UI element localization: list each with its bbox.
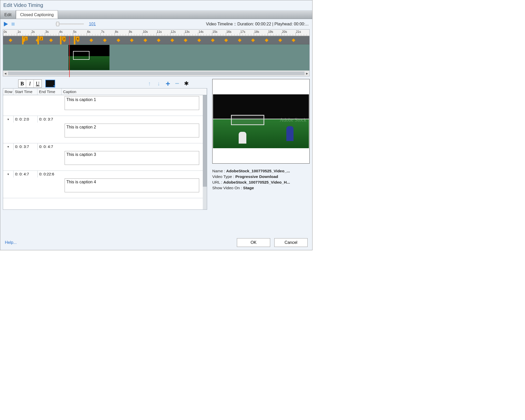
ruler-label: 3s xyxy=(45,30,49,34)
v-scroll-thumb[interactable] xyxy=(203,95,207,187)
preview-metadata: Name : AdobeStock_100770525_Video_... Vi… xyxy=(212,168,310,191)
start-time-cell[interactable]: 0: 0: 3:7 xyxy=(13,143,37,150)
clip-thumbnail[interactable] xyxy=(68,45,109,70)
tab-edit[interactable]: Edit xyxy=(0,11,16,19)
ok-button[interactable]: OK xyxy=(237,238,270,247)
zoom-slider[interactable] xyxy=(56,24,84,25)
timeline-h-scrollbar[interactable]: ◀ ▶ xyxy=(3,71,309,76)
diamond-icon xyxy=(197,38,201,42)
cancel-button[interactable]: Cancel xyxy=(274,238,308,247)
playback-controls: 101 Video Timeline :: Duration: 00:00:22… xyxy=(0,19,312,29)
start-time-cell[interactable]: 0: 0: 4:7 xyxy=(13,171,37,177)
play-icon[interactable] xyxy=(4,22,8,26)
diamond-icon xyxy=(265,38,268,42)
diamond-icon xyxy=(144,38,147,42)
start-time-cell[interactable]: 0: 0: 2:0 xyxy=(13,116,37,123)
diamond-icon xyxy=(116,38,120,42)
ruler-label: 17s xyxy=(240,30,245,34)
col-caption: Caption xyxy=(62,88,207,95)
ruler-label: 2s xyxy=(32,30,35,34)
move-up-icon[interactable]: ↑ xyxy=(147,81,152,86)
caption-marker[interactable]: 3 xyxy=(60,36,62,44)
caption-input[interactable] xyxy=(65,96,199,110)
marker-label: 1 xyxy=(24,36,28,41)
dialog-footer: Help... OK Cancel xyxy=(0,235,312,250)
caption-input[interactable] xyxy=(65,124,199,137)
bold-button[interactable]: B xyxy=(18,80,26,87)
scroll-left-icon[interactable]: ◀ xyxy=(3,71,8,76)
tab-closed-captioning[interactable]: Closed Captioning xyxy=(16,10,58,19)
table-row xyxy=(3,95,207,116)
ruler-label: 7s xyxy=(101,30,104,34)
caption-table-section: B I U ↑ ↓ + − ✱ Row Start Time End Time … xyxy=(3,79,207,210)
caption-input[interactable] xyxy=(65,151,199,165)
col-row: Row xyxy=(3,88,13,95)
ruler-label: 5s xyxy=(73,30,77,34)
marker-label: 3 xyxy=(62,36,66,41)
timeline-info: Video Timeline :: Duration: 00:00:22 | P… xyxy=(206,22,309,26)
scroll-right-icon[interactable]: ▶ xyxy=(305,71,309,76)
display-target-button[interactable] xyxy=(45,80,55,87)
caption-panel: B I U ↑ ↓ + − ✱ Row Start Time End Time … xyxy=(3,79,310,210)
ruler-label: 1s xyxy=(17,30,21,34)
diamond-icon xyxy=(211,38,215,42)
italic-button[interactable]: I xyxy=(26,80,34,87)
preview-panel: Adobe Stock Name : AdobeStock_100770525_… xyxy=(212,79,310,210)
timeline: 0s1s2s3s4s5s6s7s8s9s10s11s12s13s14s15s16… xyxy=(3,29,310,76)
ruler-label: 8s xyxy=(115,30,118,34)
zoom-value[interactable]: 101 xyxy=(89,22,96,26)
caption-table-header: Row Start Time End Time Caption xyxy=(3,88,207,95)
help-link[interactable]: Help... xyxy=(5,240,17,245)
add-caption-icon[interactable]: + xyxy=(165,81,171,86)
ruler-label: 14s xyxy=(198,30,203,34)
ruler-label: 18s xyxy=(254,30,259,34)
end-time-cell[interactable]: 0: 0: 4:7 xyxy=(37,143,62,150)
diamond-icon xyxy=(170,38,174,42)
underline-button[interactable]: U xyxy=(34,80,42,87)
diamond-icon xyxy=(251,38,255,42)
diamond-icon xyxy=(157,38,160,42)
stop-icon[interactable] xyxy=(12,23,15,26)
caption-marker[interactable]: 2 xyxy=(37,36,39,44)
zoom-slider-thumb[interactable] xyxy=(56,22,59,26)
ruler-label: 13s xyxy=(185,30,189,34)
preview-frame: Adobe Stock xyxy=(212,79,310,164)
tab-bar: Edit Closed Captioning xyxy=(0,11,312,19)
meta-show-value: Stage xyxy=(243,186,254,190)
h-scroll-thumb[interactable] xyxy=(8,72,305,75)
ruler-label: 4s xyxy=(59,30,63,34)
dialog-title: Edit Video Timing xyxy=(0,0,312,11)
remove-caption-icon[interactable]: − xyxy=(174,81,180,86)
timeline-track[interactable] xyxy=(3,44,309,71)
ruler-label: 12s xyxy=(171,30,176,34)
move-down-icon[interactable]: ↓ xyxy=(156,81,161,86)
caption-input[interactable] xyxy=(65,178,199,192)
ruler-label: 15s xyxy=(213,30,217,34)
table-v-scrollbar[interactable] xyxy=(203,95,207,209)
ruler-label: 20s xyxy=(282,30,287,34)
diamond-icon xyxy=(238,38,241,42)
caption-marker[interactable]: 1 xyxy=(22,36,24,44)
diamond-icon xyxy=(292,38,295,42)
meta-url-value: AdobeStock_100770525_Video_H... xyxy=(223,180,290,184)
watermark: Adobe Stock xyxy=(280,117,306,123)
meta-name-label: Name : xyxy=(212,169,225,173)
timeline-marker-row[interactable]: 1234 xyxy=(3,36,309,44)
playhead-icon[interactable] xyxy=(69,36,70,77)
settings-icon[interactable]: ✱ xyxy=(184,81,189,86)
ruler-label: 6s xyxy=(87,30,90,34)
expand-icon[interactable]: ▼ xyxy=(3,173,13,176)
expand-icon[interactable]: ▼ xyxy=(3,118,13,121)
timeline-ruler[interactable]: 0s1s2s3s4s5s6s7s8s9s10s11s12s13s14s15s16… xyxy=(3,29,309,36)
end-time-cell[interactable]: 0: 0: 3:7 xyxy=(37,116,62,123)
end-time-cell[interactable]: 0: 0:22:6 xyxy=(37,171,62,177)
edit-video-timing-dialog: Edit Video Timing Edit Closed Captioning… xyxy=(0,0,312,250)
meta-type-label: Video Type : xyxy=(212,174,234,179)
expand-icon[interactable]: ▼ xyxy=(3,145,13,148)
diamond-icon xyxy=(130,38,134,42)
caption-table-body: ▼0: 0: 2:00: 0: 3:7▼0: 0: 3:70: 0: 4:7▼0… xyxy=(3,95,207,210)
table-row: ▼0: 0: 3:70: 0: 4:7 xyxy=(3,143,207,171)
meta-url-label: URL : xyxy=(212,180,222,184)
meta-show-label: Show Video On : xyxy=(212,186,242,190)
caption-marker[interactable]: 4 xyxy=(74,36,75,44)
